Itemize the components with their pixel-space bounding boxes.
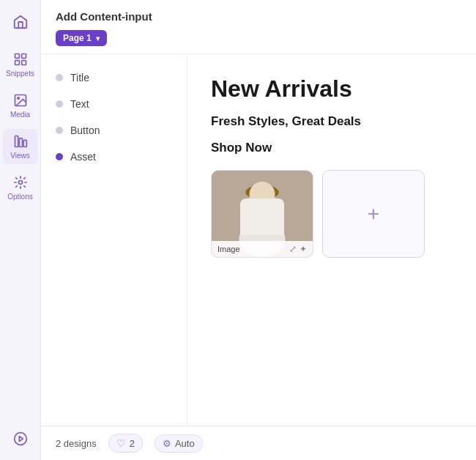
views-icon <box>12 133 29 149</box>
field-label-asset: Asset <box>70 151 96 163</box>
svg-point-5 <box>17 97 18 100</box>
preview-panel: New Arrivals Fresh Styles, Great Deals S… <box>187 54 476 426</box>
asset-card-add[interactable]: + <box>322 170 425 258</box>
svg-rect-2 <box>15 61 19 65</box>
asset-card-image[interactable]: Image ⤢ ✦ <box>211 170 313 258</box>
field-item-asset[interactable]: Asset <box>56 151 172 163</box>
sliders-icon: ⚙ <box>163 438 171 449</box>
field-dot-title <box>56 74 63 81</box>
field-dot-text <box>56 100 63 108</box>
content-area: Title Text Button Asset New Arrivals <box>41 54 476 426</box>
asset-card-overlay: Image ⤢ ✦ <box>212 241 313 257</box>
heart-count: 2 <box>130 438 135 449</box>
main-content: Add Content-input Page 1 ▾ Title Text <box>41 0 476 460</box>
svg-rect-1 <box>21 54 26 59</box>
svg-rect-16 <box>264 203 275 209</box>
preview-subtitle: Fresh Styles, Great Deals <box>211 114 453 129</box>
field-item-title[interactable]: Title <box>56 72 172 84</box>
svg-point-18 <box>245 185 278 200</box>
field-dot-button <box>56 127 63 134</box>
page-badge-label: Page 1 <box>63 33 92 43</box>
svg-rect-0 <box>15 54 19 59</box>
snippets-icon <box>12 51 29 67</box>
snippets-label: Snippets <box>6 70 34 78</box>
sidebar-item-media[interactable]: Media <box>3 88 38 123</box>
svg-marker-11 <box>19 437 23 442</box>
bottom-bar: 2 designs ♡ 2 ⚙ Auto <box>41 426 476 460</box>
heart-badge[interactable]: ♡ 2 <box>108 434 143 453</box>
designs-label: 2 designs <box>56 438 97 449</box>
assets-row: Image ⤢ ✦ + <box>211 170 453 258</box>
media-icon <box>12 92 29 108</box>
views-label: Views <box>10 152 30 160</box>
svg-rect-3 <box>21 61 26 65</box>
asset-card-icons: ⤢ ✦ <box>289 244 307 254</box>
options-label: Options <box>7 193 32 201</box>
svg-point-10 <box>14 433 26 445</box>
sidebar-item-play[interactable] <box>3 426 38 451</box>
fields-panel: Title Text Button Asset <box>41 54 187 426</box>
preview-cta: Shop Now <box>211 141 453 155</box>
preview-title: New Arrivals <box>211 75 453 103</box>
asset-image-label: Image <box>217 245 240 253</box>
crop-icon[interactable]: ⤢ <box>289 244 297 254</box>
options-icon <box>12 174 29 190</box>
play-icon <box>12 431 29 447</box>
field-item-button[interactable]: Button <box>56 125 172 136</box>
field-label-button: Button <box>70 125 100 136</box>
field-label-title: Title <box>70 72 89 84</box>
page-title: Add Content-input <box>56 10 461 23</box>
field-label-text: Text <box>70 98 89 110</box>
field-dot-asset <box>56 153 63 160</box>
auto-badge[interactable]: ⚙ Auto <box>155 434 203 453</box>
chevron-down-icon: ▾ <box>96 34 100 42</box>
left-nav: Snippets Media Views <box>0 0 41 460</box>
heart-icon: ♡ <box>116 437 126 449</box>
sidebar-item-options[interactable]: Options <box>3 170 38 205</box>
sidebar-item-views[interactable]: Views <box>3 129 38 164</box>
svg-rect-8 <box>23 140 26 146</box>
svg-rect-7 <box>19 138 22 147</box>
add-icon: + <box>368 202 379 226</box>
svg-rect-6 <box>15 136 18 147</box>
media-label: Media <box>10 111 30 119</box>
settings-icon[interactable]: ✦ <box>300 244 307 254</box>
auto-label: Auto <box>175 438 195 449</box>
field-item-text[interactable]: Text <box>56 98 172 110</box>
sidebar-item-snippets[interactable]: Snippets <box>3 47 38 82</box>
svg-point-9 <box>18 181 22 185</box>
home-button[interactable] <box>7 9 34 35</box>
svg-point-14 <box>246 190 278 221</box>
top-bar: Add Content-input Page 1 ▾ <box>41 0 476 54</box>
page-badge[interactable]: Page 1 ▾ <box>56 30 107 46</box>
svg-rect-15 <box>250 203 260 209</box>
